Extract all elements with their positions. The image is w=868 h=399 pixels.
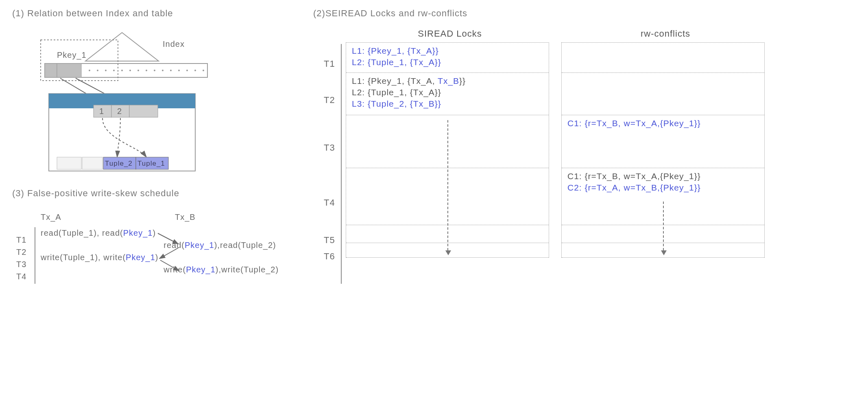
col-txa: Tx_A: [41, 213, 175, 222]
svg-line-37: [160, 260, 179, 271]
time-axis-2: [341, 44, 342, 284]
index-table-diagram: Index Pkey_1: [12, 24, 240, 179]
col-txb: Tx_B: [175, 213, 297, 222]
svg-point-8: [121, 70, 123, 71]
siread-continuation-arrow: [447, 120, 448, 250]
siread-column: L1: {Pkey_1, {Tx_A}} L2: {Tuple_1, {Tx_A…: [346, 42, 549, 258]
svg-point-17: [194, 70, 196, 71]
t-labels-3: T1 T2 T3 T4: [16, 234, 26, 283]
svg-rect-26: [129, 105, 158, 117]
t3-txa: write(Tuple_1), write(Pkey_1): [41, 251, 164, 263]
pkey-label: Pkey_1: [57, 50, 87, 60]
svg-point-9: [129, 70, 131, 71]
svg-text:Tuple_2: Tuple_2: [105, 160, 133, 167]
svg-point-15: [178, 70, 180, 71]
panel-schedule: (3) False-positive write-skew schedule T…: [12, 188, 297, 276]
svg-point-10: [137, 70, 139, 71]
col-siread: SIREAD Locks: [348, 28, 552, 39]
svg-point-5: [97, 70, 98, 71]
svg-rect-2: [45, 64, 57, 77]
svg-point-14: [170, 70, 172, 71]
siread-t1: L1: {Pkey_1, {Tx_A}} L2: {Tuple_1, {Tx_A…: [346, 43, 549, 73]
svg-point-6: [105, 70, 107, 71]
rw-t3: C1: {r=Tx_B, w=Tx_A,{Pkey_1}}: [562, 115, 764, 168]
svg-line-35: [158, 233, 178, 244]
time-axis-3: [35, 227, 35, 284]
t-labels-2: T1 T2 T3 T4 T5 T6: [324, 49, 335, 264]
panel2-title: (2)SEIREAD Locks and rw-conflicts: [313, 8, 856, 19]
svg-rect-3: [57, 64, 81, 77]
svg-marker-0: [85, 33, 159, 61]
svg-line-36: [159, 248, 178, 259]
svg-text:1: 1: [99, 107, 104, 116]
panel3-title: (3) False-positive write-skew schedule: [12, 188, 297, 199]
svg-point-4: [89, 70, 90, 71]
svg-point-18: [203, 70, 204, 71]
svg-point-12: [154, 70, 155, 71]
svg-text:Tuple_1: Tuple_1: [137, 160, 165, 167]
svg-point-13: [162, 70, 164, 71]
panel-locks-conflicts: (2)SEIREAD Locks and rw-conflicts SIREAD…: [313, 8, 856, 276]
rw-t1: [562, 43, 764, 73]
siread-t2: L1: {Pkey_1, {Tx_A, Tx_B}} L2: {Tuple_1,…: [346, 73, 549, 115]
index-label: Index: [163, 39, 185, 48]
svg-point-7: [113, 70, 115, 71]
rw-column: C1: {r=Tx_B, w=Tx_A,{Pkey_1}} C1: {r=Tx_…: [561, 42, 765, 258]
svg-point-11: [146, 70, 147, 71]
svg-text:2: 2: [117, 107, 122, 116]
rw-t2: [562, 73, 764, 115]
panel1-title: (1) Relation between Index and table: [12, 8, 297, 19]
svg-rect-30: [82, 157, 103, 169]
col-rw: rw-conflicts: [564, 28, 767, 39]
rw-continuation-arrow: [663, 202, 664, 250]
t1-txa: read(Tuple_1), read(Pkey_1): [41, 227, 164, 239]
svg-rect-29: [57, 157, 81, 169]
crossing-arrows: [154, 228, 190, 276]
svg-point-16: [186, 70, 188, 71]
panel-index-table: (1) Relation between Index and table Ind…: [12, 8, 297, 179]
